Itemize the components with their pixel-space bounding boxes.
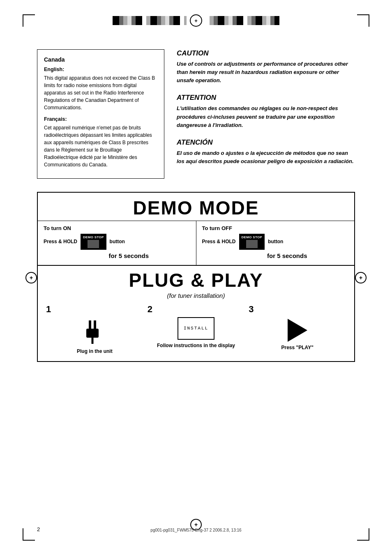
svg-rect-1 <box>89 320 91 329</box>
demo-turn-off: To turn OFF Press & HOLD DEMO STOP butto… <box>196 221 355 265</box>
step3-number: 3 <box>249 304 254 315</box>
english-text: This digital apparatus does not exceed t… <box>44 74 157 111</box>
demo-turn-on: To turn ON Press & HOLD DEMO STOP button… <box>38 221 196 265</box>
display-screen: INSTALL <box>178 317 214 340</box>
corner-bracket-tl <box>23 14 35 27</box>
canada-title: Canada <box>44 55 157 64</box>
demo-on-button-row: Press & HOLD DEMO STOP button <box>44 234 190 250</box>
demo-box: DEMO MODE To turn ON Press & HOLD DEMO S… <box>37 192 355 266</box>
plug-subtitle: (for tuner installation) <box>38 292 354 299</box>
french-text: Cet appareil numérique n'emet pas de bru… <box>44 124 157 168</box>
corner-bracket-bl <box>23 528 35 541</box>
footer-text: pg001-pg031_FWM575-Eng-37 2 2006.2.8, 13… <box>150 528 241 532</box>
canada-box: Canada English: This digital apparatus d… <box>37 49 164 179</box>
atencion-title: ATENCIÓN <box>177 138 355 147</box>
caution-section: CAUTION Use of controls or adjustments o… <box>177 49 355 85</box>
plug-step-3: 3 Press "PLAY" <box>249 304 346 351</box>
plug-svg <box>82 317 107 344</box>
demo-row: To turn ON Press & HOLD DEMO STOP button… <box>38 221 354 265</box>
top-bar: + <box>37 14 355 27</box>
press-hold-on: Press & HOLD <box>44 239 77 244</box>
demo-stop-btn-on: DEMO STOP <box>81 234 106 250</box>
corner-bracket-tr <box>357 14 369 27</box>
svg-rect-2 <box>94 320 96 329</box>
demo-stop-btn-off: DEMO STOP <box>239 234 265 250</box>
checker-left <box>113 16 187 25</box>
svg-rect-0 <box>86 329 99 338</box>
plug-step-1: 1 Plug in the unit <box>46 304 143 355</box>
caution-text: Use of controls or adjustments or perfor… <box>177 60 355 85</box>
step2-label: Follow instructions in the display <box>157 342 235 349</box>
display-icon: INSTALL <box>178 317 214 340</box>
step3-label: Press "PLAY" <box>281 344 314 351</box>
play-icon <box>288 317 307 342</box>
for-seconds-pre-on: for <box>108 252 118 259</box>
step2-number: 2 <box>148 304 152 315</box>
checker-right <box>205 16 279 25</box>
demo-btn-label-off: DEMO STOP <box>242 235 263 239</box>
crosshair-left: + <box>25 272 37 283</box>
demo-btn-square-off <box>246 240 258 248</box>
caution-title: CAUTION <box>177 49 355 58</box>
for-seconds-pre-off: for <box>267 252 277 259</box>
crosshair-right: + <box>355 272 367 283</box>
plug-icon <box>82 317 107 345</box>
button-word-off: button <box>268 239 283 244</box>
for-seconds-post-off: seconds <box>280 252 307 259</box>
english-label: English: <box>44 66 157 74</box>
top-columns: Canada English: This digital apparatus d… <box>37 49 355 179</box>
for-seconds-on: for 5 seconds <box>67 252 190 259</box>
turn-on-label: To turn ON <box>44 225 190 231</box>
press-hold-off: Press & HOLD <box>202 239 236 244</box>
seconds-num-on: 5 <box>119 252 122 259</box>
demo-title: DEMO MODE <box>38 193 354 221</box>
content-area: Canada English: This digital apparatus d… <box>37 41 355 514</box>
corner-bracket-br <box>357 528 369 541</box>
demo-btn-square-on <box>88 240 99 248</box>
for-seconds-off: for 5 seconds <box>226 252 349 259</box>
atencion-section: ATENCIÓN El uso de mando o ajustes o la … <box>177 138 355 166</box>
atencion-text: El uso de mando o ajustes o la ejecucció… <box>177 149 355 166</box>
warnings-col: CAUTION Use of controls or adjustments o… <box>177 49 355 179</box>
crosshair-top-left: + <box>190 14 202 27</box>
button-word-on: button <box>110 239 125 244</box>
demo-off-button-row: Press & HOLD DEMO STOP button <box>202 234 349 250</box>
attention-section: ATTENTION L'utilisation des commandes ou… <box>177 94 355 129</box>
plug-box: PLUG & PLAY (for tuner installation) 1 <box>37 266 355 362</box>
step1-label: Plug in the unit <box>77 348 113 355</box>
display-text: INSTALL <box>184 326 208 331</box>
page-number: 2 <box>37 526 40 532</box>
attention-title: ATTENTION <box>177 94 355 102</box>
demo-btn-label-on: DEMO STOP <box>83 235 104 239</box>
plug-steps: 1 Plug in the unit 2 <box>38 304 354 362</box>
plug-title: PLUG & PLAY <box>38 266 354 292</box>
turn-off-label: To turn OFF <box>202 225 349 231</box>
french-label: Français: <box>44 115 157 123</box>
attention-text: L'utilisation des commandes ou réglages … <box>177 104 355 129</box>
plug-step-2: 2 INSTALL Follow instructions in the dis… <box>148 304 245 349</box>
play-triangle <box>288 319 307 342</box>
step1-number: 1 <box>46 304 51 315</box>
for-seconds-post-on: seconds <box>122 252 149 259</box>
